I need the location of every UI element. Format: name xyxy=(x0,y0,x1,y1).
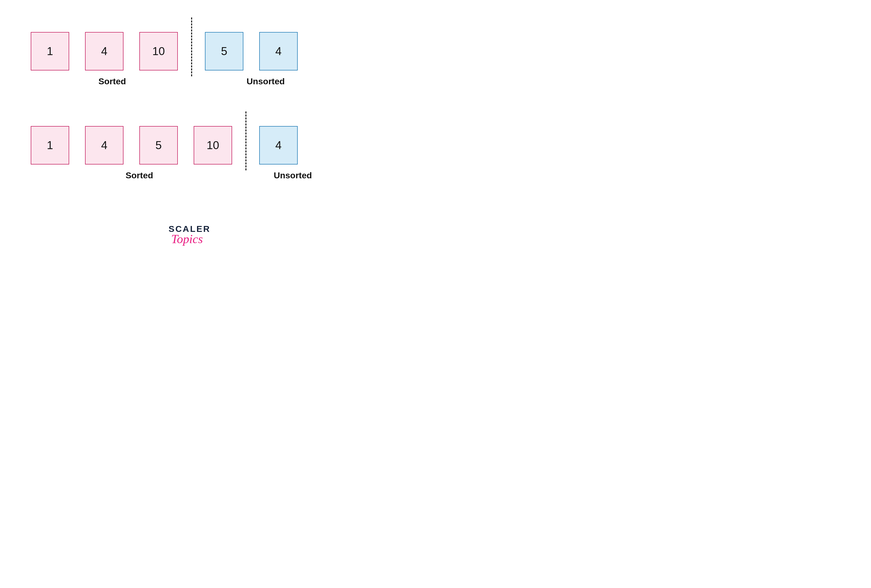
logo-text-topics: Topics xyxy=(163,232,211,246)
unsorted-label: Unsorted xyxy=(219,76,312,86)
array-cell-sorted: 10 xyxy=(194,126,232,165)
unsorted-label: Unsorted xyxy=(274,171,312,180)
array-cell-unsorted: 4 xyxy=(259,32,298,70)
partition-divider xyxy=(245,111,247,171)
array-cell-sorted: 4 xyxy=(85,126,123,165)
array-cell-sorted: 5 xyxy=(139,126,178,165)
sorted-label: Sorted xyxy=(31,76,194,86)
array-cell-unsorted: 4 xyxy=(259,126,298,165)
array-cell-sorted: 4 xyxy=(85,32,123,70)
array-cell-unsorted: 5 xyxy=(205,32,243,70)
labels-container: Sorted Unsorted xyxy=(31,76,349,86)
sorted-label: Sorted xyxy=(31,171,248,180)
diagram-row: 1 4 5 10 4 Sorted Unsorted xyxy=(31,125,349,180)
labels-container: Sorted Unsorted xyxy=(31,171,349,180)
sorting-diagram: 1 4 10 5 4 Sorted Unsorted 1 4 5 10 4 So… xyxy=(31,31,349,219)
diagram-row: 1 4 10 5 4 Sorted Unsorted xyxy=(31,31,349,86)
array-cell-sorted: 1 xyxy=(31,126,69,165)
array-cell-sorted: 1 xyxy=(31,32,69,70)
scaler-topics-logo: SCALER Topics xyxy=(169,224,211,246)
array-cell-sorted: 10 xyxy=(139,32,178,70)
cells-container: 1 4 10 5 4 xyxy=(31,31,349,72)
partition-divider xyxy=(191,17,192,76)
cells-container: 1 4 5 10 4 xyxy=(31,125,349,166)
